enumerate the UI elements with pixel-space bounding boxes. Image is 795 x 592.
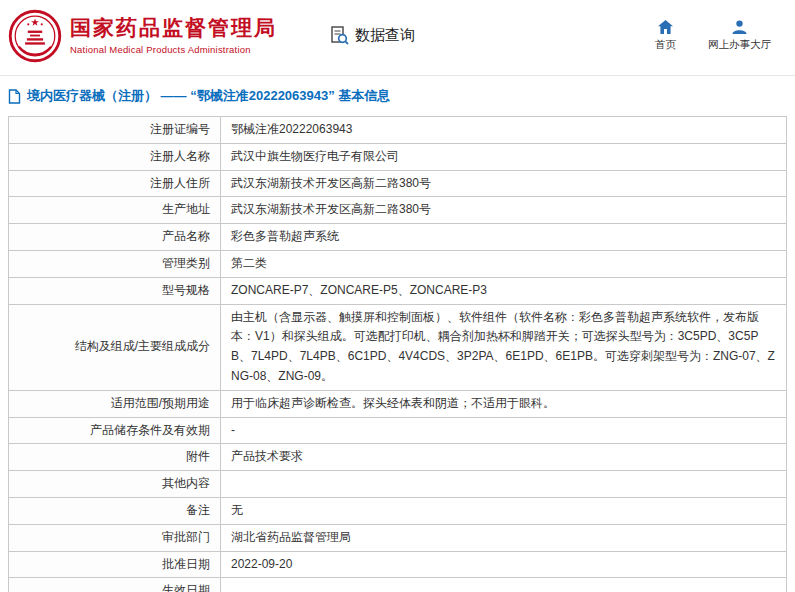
table-row: 产品储存条件及有效期- — [9, 417, 787, 444]
row-label: 生效日期 — [9, 578, 221, 592]
table-row: 产品名称彩色多普勒超声系统 — [9, 224, 787, 251]
table-row: 批准日期2022-09-20 — [9, 551, 787, 578]
row-value: 武汉东湖新技术开发区高新二路380号 — [221, 170, 787, 197]
table-row: 备注无 — [9, 497, 787, 524]
table-row: 适用范围/预期用途用于临床超声诊断检查。探头经体表和阴道；不适用于眼科。 — [9, 390, 787, 417]
table-row: 注册人住所武汉东湖新技术开发区高新二路380号 — [9, 170, 787, 197]
nav-home-label: 首页 — [655, 38, 676, 52]
row-value — [221, 578, 787, 592]
table-row: 生效日期 — [9, 578, 787, 592]
row-value: 彩色多普勒超声系统 — [221, 224, 787, 251]
table-row: 注册人名称武汉中旗生物医疗电子有限公司 — [9, 143, 787, 170]
row-value: 第二类 — [221, 250, 787, 277]
row-label: 备注 — [9, 497, 221, 524]
nav-data-query[interactable]: 数据查询 — [329, 25, 415, 46]
row-value: 无 — [221, 497, 787, 524]
table-row: 注册证编号鄂械注准20222063943 — [9, 117, 787, 144]
table-row: 附件产品技术要求 — [9, 444, 787, 471]
row-value: 2022-09-20 — [221, 551, 787, 578]
nav-online-hall[interactable]: 网上办事大厅 — [708, 20, 771, 52]
row-value: 湖北省药品监督管理局 — [221, 524, 787, 551]
row-label: 其他内容 — [9, 471, 221, 498]
row-label: 注册证编号 — [9, 117, 221, 144]
row-label: 结构及组成/主要组成成分 — [9, 304, 221, 390]
table-row: 管理类别第二类 — [9, 250, 787, 277]
agency-brand: 国家药品监督管理局 National Medical Products Admi… — [8, 9, 277, 63]
row-value: 武汉中旗生物医疗电子有限公司 — [221, 143, 787, 170]
table-row: 生产地址武汉东湖新技术开发区高新二路380号 — [9, 197, 787, 224]
row-label: 生产地址 — [9, 197, 221, 224]
row-value: 鄂械注准20222063943 — [221, 117, 787, 144]
row-value: 武汉东湖新技术开发区高新二路380号 — [221, 197, 787, 224]
agency-name-en: National Medical Products Administration — [70, 44, 277, 55]
table-row: 其他内容 — [9, 471, 787, 498]
row-value — [221, 471, 787, 498]
top-nav: 首页 网上办事大厅 — [655, 20, 771, 52]
page-title: 境内医疗器械（注册） —— “鄂械注准20222063943” 基本信息 — [27, 87, 390, 105]
table-row: 审批部门湖北省药品监督管理局 — [9, 524, 787, 551]
row-label: 管理类别 — [9, 250, 221, 277]
row-value: - — [221, 417, 787, 444]
row-label: 附件 — [9, 444, 221, 471]
data-query-icon — [329, 25, 350, 46]
row-label: 产品储存条件及有效期 — [9, 417, 221, 444]
table-row: 结构及组成/主要组成成分由主机（含显示器、触摸屏和控制面板）、软件组件（软件名称… — [9, 304, 787, 390]
document-icon — [8, 89, 21, 104]
breadcrumb: 境内医疗器械（注册） —— “鄂械注准20222063943” 基本信息 — [0, 76, 795, 114]
row-label: 适用范围/预期用途 — [9, 390, 221, 417]
row-value: 用于临床超声诊断检查。探头经体表和阴道；不适用于眼科。 — [221, 390, 787, 417]
row-label: 注册人名称 — [9, 143, 221, 170]
agency-name-block: 国家药品监督管理局 National Medical Products Admi… — [70, 16, 277, 54]
data-query-label: 数据查询 — [355, 26, 415, 45]
row-label: 型号规格 — [9, 277, 221, 304]
row-value: 产品技术要求 — [221, 444, 787, 471]
nav-online-hall-label: 网上办事大厅 — [708, 38, 771, 52]
nav-home[interactable]: 首页 — [655, 20, 676, 52]
row-label: 注册人住所 — [9, 170, 221, 197]
person-icon — [732, 20, 747, 34]
agency-name-cn: 国家药品监督管理局 — [70, 16, 277, 39]
row-value: ZONCARE-P7、ZONCARE-P5、ZONCARE-P3 — [221, 277, 787, 304]
site-header: 国家药品监督管理局 National Medical Products Admi… — [0, 0, 795, 76]
table-row: 型号规格ZONCARE-P7、ZONCARE-P5、ZONCARE-P3 — [9, 277, 787, 304]
row-label: 批准日期 — [9, 551, 221, 578]
registration-info-table: 注册证编号鄂械注准20222063943 注册人名称武汉中旗生物医疗电子有限公司… — [8, 116, 787, 592]
row-value: 由主机（含显示器、触摸屏和控制面板）、软件组件（软件名称：彩色多普勒超声系统软件… — [221, 304, 787, 390]
home-icon — [658, 20, 673, 34]
row-label: 审批部门 — [9, 524, 221, 551]
national-emblem-icon — [8, 9, 62, 63]
row-label: 产品名称 — [9, 224, 221, 251]
